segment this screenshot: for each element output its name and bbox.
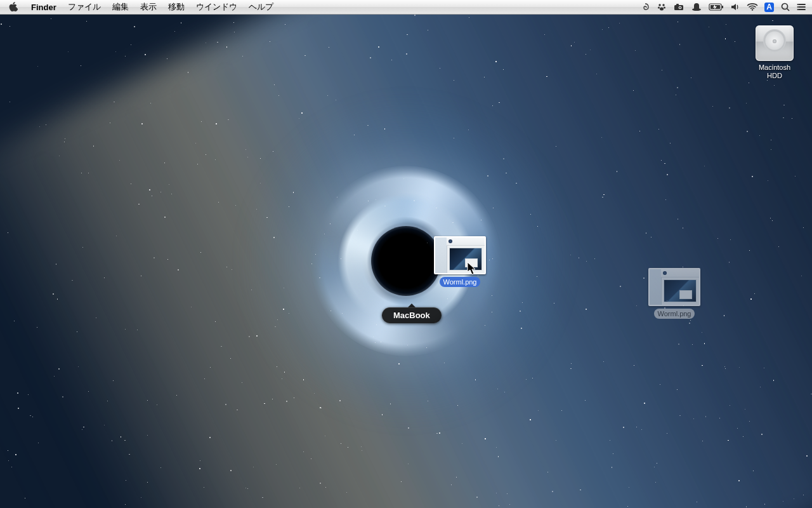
- svg-rect-6: [676, 4, 679, 6]
- desktop-icon-macintosh-hdd[interactable]: Macintosh HDD: [747, 25, 802, 80]
- menu-bar: Finder ファイル 編集 表示 移動 ウインドウ ヘルプ A: [0, 0, 812, 15]
- menu-window[interactable]: ウインドウ: [190, 0, 243, 14]
- menu-extra-volume-icon[interactable]: [730, 0, 740, 14]
- menu-extra-battery-icon[interactable]: [709, 0, 724, 14]
- file-thumbnail-icon: [434, 236, 486, 274]
- menu-extra-wifi-icon[interactable]: [747, 0, 758, 14]
- menu-help[interactable]: ヘルプ: [243, 0, 279, 14]
- desktop[interactable]: Macintosh HDD Worml.png Worml.png MacBoo…: [0, 14, 812, 508]
- desktop-icon-label: Macintosh HDD: [747, 64, 802, 80]
- apple-menu[interactable]: [0, 0, 25, 14]
- airdrop-target-label: MacBook: [382, 307, 442, 323]
- menu-view[interactable]: 表示: [134, 0, 162, 14]
- desktop-icon-source-file[interactable]: Worml.png: [647, 268, 702, 319]
- menu-file[interactable]: ファイル: [62, 0, 107, 14]
- hard-disk-icon: [756, 25, 794, 61]
- svg-point-13: [752, 9, 753, 10]
- menu-edit[interactable]: 編集: [107, 0, 134, 14]
- svg-line-15: [787, 9, 790, 11]
- svg-point-21: [797, 9, 799, 10]
- menu-extra-notification-center-icon[interactable]: [797, 0, 807, 14]
- ime-badge-label: A: [764, 3, 774, 12]
- svg-point-1: [663, 4, 665, 6]
- menu-extra-spotlight-icon[interactable]: [780, 0, 790, 14]
- mouse-cursor-icon: [467, 262, 477, 276]
- svg-point-2: [658, 7, 660, 9]
- file-thumbnail-icon: [648, 268, 700, 306]
- menu-extra-camera-icon[interactable]: [673, 0, 684, 14]
- menu-extra-paw-icon[interactable]: [657, 0, 667, 14]
- svg-point-20: [797, 6, 799, 8]
- svg-point-4: [660, 8, 664, 11]
- wallpaper: [0, 14, 812, 508]
- svg-point-8: [679, 7, 681, 8]
- menu-extra-hat-icon[interactable]: [691, 0, 702, 14]
- svg-point-3: [664, 7, 665, 9]
- menu-go[interactable]: 移動: [162, 0, 190, 14]
- dragged-file[interactable]: Worml.png: [433, 236, 487, 287]
- svg-point-14: [782, 4, 788, 10]
- app-menu-finder[interactable]: Finder: [25, 0, 62, 14]
- desktop-icon-label: Worml.png: [654, 309, 695, 319]
- menu-extra-spiral-icon[interactable]: [640, 0, 650, 14]
- svg-rect-12: [722, 6, 723, 8]
- svg-point-0: [659, 4, 661, 6]
- menu-extra-input-source[interactable]: A: [764, 0, 774, 14]
- dragged-file-label: Worml.png: [440, 277, 481, 287]
- svg-point-19: [797, 4, 799, 5]
